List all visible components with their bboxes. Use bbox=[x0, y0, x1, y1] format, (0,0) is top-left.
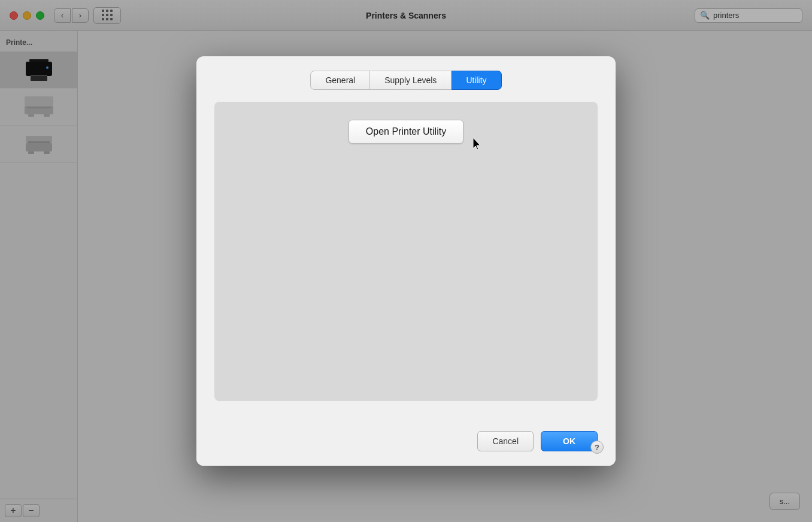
ok-button[interactable]: OK bbox=[541, 431, 598, 451]
tab-utility[interactable]: Utility bbox=[452, 71, 501, 90]
tab-supply-levels[interactable]: Supply Levels bbox=[369, 71, 452, 90]
tab-content-utility: Open Printer Utility bbox=[214, 102, 598, 401]
open-printer-utility-button[interactable]: Open Printer Utility bbox=[349, 120, 463, 144]
main-window: ‹ › Printers & Scanners 🔍 ✕ Printe... bbox=[0, 0, 812, 522]
dialog-inner: General Supply Levels Utility Open Print… bbox=[196, 56, 616, 419]
cancel-button[interactable]: Cancel bbox=[477, 431, 534, 451]
dialog: General Supply Levels Utility Open Print… bbox=[196, 56, 616, 466]
dialog-footer: Cancel OK bbox=[196, 419, 616, 466]
help-button[interactable]: ? bbox=[590, 441, 604, 454]
tab-bar: General Supply Levels Utility bbox=[214, 71, 598, 90]
tab-general[interactable]: General bbox=[310, 71, 369, 90]
dialog-overlay: General Supply Levels Utility Open Print… bbox=[0, 0, 812, 522]
